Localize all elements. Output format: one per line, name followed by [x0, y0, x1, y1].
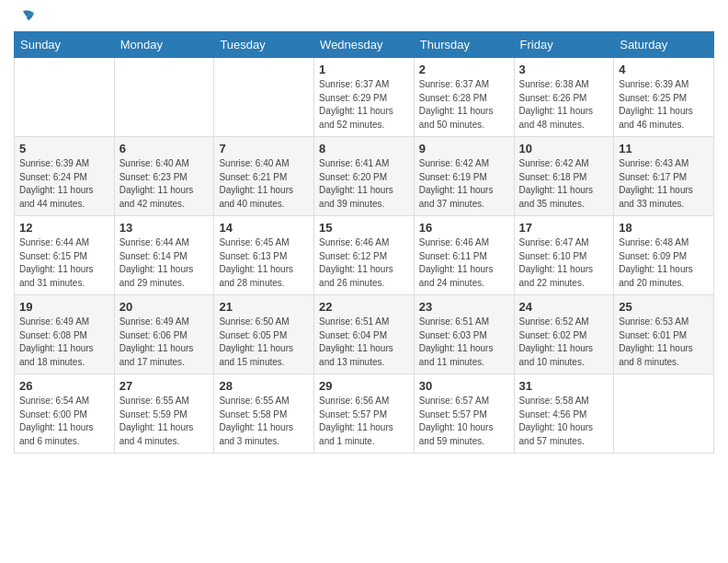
day-info: Sunrise: 6:49 AM Sunset: 6:08 PM Dayligh… — [19, 316, 109, 369]
day-number: 20 — [119, 300, 210, 314]
day-info: Sunrise: 6:37 AM Sunset: 6:29 PM Dayligh… — [319, 78, 409, 132]
day-info: Sunrise: 6:42 AM Sunset: 6:18 PM Dayligh… — [519, 157, 609, 211]
day-number: 30 — [419, 379, 509, 393]
day-info: Sunrise: 6:53 AM Sunset: 6:01 PM Dayligh… — [619, 316, 709, 369]
day-info: Sunrise: 6:38 AM Sunset: 6:26 PM Dayligh… — [519, 78, 609, 132]
calendar-cell: 24Sunrise: 6:52 AM Sunset: 6:02 PM Dayli… — [514, 295, 614, 374]
calendar-week-row: 12Sunrise: 6:44 AM Sunset: 6:15 PM Dayli… — [15, 216, 714, 295]
calendar-cell: 7Sunrise: 6:40 AM Sunset: 6:21 PM Daylig… — [214, 137, 314, 216]
day-info: Sunrise: 6:40 AM Sunset: 6:23 PM Dayligh… — [119, 157, 210, 211]
day-number: 7 — [219, 142, 309, 155]
day-number: 3 — [519, 63, 609, 76]
day-info: Sunrise: 6:45 AM Sunset: 6:13 PM Dayligh… — [219, 236, 309, 290]
day-number: 4 — [619, 63, 709, 76]
day-number: 5 — [19, 142, 109, 155]
calendar-cell: 28Sunrise: 6:55 AM Sunset: 5:58 PM Dayli… — [214, 374, 314, 454]
day-number: 11 — [619, 142, 709, 155]
logo-bird-icon — [16, 9, 36, 26]
calendar-cell: 26Sunrise: 6:54 AM Sunset: 6:00 PM Dayli… — [15, 374, 115, 454]
day-number: 21 — [219, 300, 309, 314]
calendar-cell: 10Sunrise: 6:42 AM Sunset: 6:18 PM Dayli… — [514, 137, 614, 216]
day-number: 29 — [319, 379, 409, 393]
calendar-cell: 29Sunrise: 6:56 AM Sunset: 5:57 PM Dayli… — [314, 374, 415, 454]
day-info: Sunrise: 6:51 AM Sunset: 6:04 PM Dayligh… — [319, 316, 409, 369]
day-number: 23 — [419, 300, 509, 314]
day-header-thursday: Thursday — [414, 32, 514, 58]
day-number: 19 — [19, 300, 109, 314]
day-number: 31 — [519, 379, 609, 393]
day-info: Sunrise: 6:52 AM Sunset: 6:02 PM Dayligh… — [519, 316, 609, 369]
day-header-monday: Monday — [114, 32, 214, 58]
calendar-cell: 21Sunrise: 6:50 AM Sunset: 6:05 PM Dayli… — [214, 295, 314, 374]
calendar-cell — [214, 58, 314, 137]
calendar-cell: 20Sunrise: 6:49 AM Sunset: 6:06 PM Dayli… — [114, 295, 214, 374]
day-info: Sunrise: 6:37 AM Sunset: 6:28 PM Dayligh… — [419, 78, 509, 132]
day-number: 16 — [419, 221, 509, 235]
day-number: 26 — [19, 379, 109, 393]
calendar-cell: 19Sunrise: 6:49 AM Sunset: 6:08 PM Dayli… — [15, 295, 115, 374]
day-info: Sunrise: 6:57 AM Sunset: 5:57 PM Dayligh… — [419, 395, 509, 448]
day-info: Sunrise: 6:55 AM Sunset: 5:58 PM Dayligh… — [219, 395, 309, 448]
day-info: Sunrise: 6:43 AM Sunset: 6:17 PM Dayligh… — [619, 157, 709, 211]
calendar-cell: 23Sunrise: 6:51 AM Sunset: 6:03 PM Dayli… — [414, 295, 514, 374]
calendar-table: SundayMondayTuesdayWednesdayThursdayFrid… — [14, 31, 714, 454]
calendar-cell: 1Sunrise: 6:37 AM Sunset: 6:29 PM Daylig… — [314, 58, 415, 137]
day-number: 10 — [519, 142, 609, 155]
day-info: Sunrise: 6:47 AM Sunset: 6:10 PM Dayligh… — [519, 236, 609, 290]
calendar-week-row: 26Sunrise: 6:54 AM Sunset: 6:00 PM Dayli… — [15, 374, 714, 454]
day-info: Sunrise: 6:46 AM Sunset: 6:12 PM Dayligh… — [319, 236, 409, 290]
day-info: Sunrise: 6:50 AM Sunset: 6:05 PM Dayligh… — [219, 316, 309, 369]
day-number: 9 — [419, 142, 509, 155]
calendar-cell: 6Sunrise: 6:40 AM Sunset: 6:23 PM Daylig… — [114, 137, 214, 216]
calendar-cell: 22Sunrise: 6:51 AM Sunset: 6:04 PM Dayli… — [314, 295, 415, 374]
day-info: Sunrise: 6:39 AM Sunset: 6:24 PM Dayligh… — [19, 157, 109, 211]
day-number: 24 — [519, 300, 609, 314]
calendar-cell: 8Sunrise: 6:41 AM Sunset: 6:20 PM Daylig… — [314, 137, 415, 216]
day-header-saturday: Saturday — [614, 32, 714, 58]
day-number: 27 — [119, 379, 210, 393]
calendar-cell — [614, 374, 714, 454]
day-info: Sunrise: 6:51 AM Sunset: 6:03 PM Dayligh… — [419, 316, 509, 369]
day-number: 8 — [319, 142, 409, 155]
day-info: Sunrise: 6:39 AM Sunset: 6:25 PM Dayligh… — [619, 78, 709, 132]
day-header-friday: Friday — [514, 32, 614, 58]
calendar-cell: 2Sunrise: 6:37 AM Sunset: 6:28 PM Daylig… — [414, 58, 514, 137]
calendar-cell — [15, 58, 115, 137]
page-header — [14, 9, 714, 26]
day-info: Sunrise: 6:41 AM Sunset: 6:20 PM Dayligh… — [319, 157, 409, 211]
calendar-cell: 13Sunrise: 6:44 AM Sunset: 6:14 PM Dayli… — [114, 216, 214, 295]
calendar-week-row: 19Sunrise: 6:49 AM Sunset: 6:08 PM Dayli… — [15, 295, 714, 374]
calendar-cell: 4Sunrise: 6:39 AM Sunset: 6:25 PM Daylig… — [614, 58, 714, 137]
day-number: 6 — [119, 142, 210, 155]
calendar-cell: 31Sunrise: 5:58 AM Sunset: 4:56 PM Dayli… — [514, 374, 614, 454]
day-info: Sunrise: 6:48 AM Sunset: 6:09 PM Dayligh… — [619, 236, 709, 290]
calendar-cell: 15Sunrise: 6:46 AM Sunset: 6:12 PM Dayli… — [314, 216, 415, 295]
day-info: Sunrise: 6:44 AM Sunset: 6:15 PM Dayligh… — [19, 236, 109, 290]
day-info: Sunrise: 6:49 AM Sunset: 6:06 PM Dayligh… — [119, 316, 210, 369]
day-number: 12 — [19, 221, 109, 235]
day-number: 28 — [219, 379, 309, 393]
calendar-cell: 11Sunrise: 6:43 AM Sunset: 6:17 PM Dayli… — [614, 137, 714, 216]
day-info: Sunrise: 6:56 AM Sunset: 5:57 PM Dayligh… — [319, 395, 409, 448]
day-number: 1 — [319, 63, 409, 76]
calendar-cell — [114, 58, 214, 137]
calendar-cell: 5Sunrise: 6:39 AM Sunset: 6:24 PM Daylig… — [15, 137, 115, 216]
calendar-cell: 25Sunrise: 6:53 AM Sunset: 6:01 PM Dayli… — [614, 295, 714, 374]
calendar-cell: 27Sunrise: 6:55 AM Sunset: 5:59 PM Dayli… — [114, 374, 214, 454]
day-number: 25 — [619, 300, 709, 314]
day-number: 15 — [319, 221, 409, 235]
day-number: 2 — [419, 63, 509, 76]
day-info: Sunrise: 6:46 AM Sunset: 6:11 PM Dayligh… — [419, 236, 509, 290]
day-info: Sunrise: 6:42 AM Sunset: 6:19 PM Dayligh… — [419, 157, 509, 211]
calendar-week-row: 1Sunrise: 6:37 AM Sunset: 6:29 PM Daylig… — [15, 58, 714, 137]
day-info: Sunrise: 6:40 AM Sunset: 6:21 PM Dayligh… — [219, 157, 309, 211]
calendar-cell: 12Sunrise: 6:44 AM Sunset: 6:15 PM Dayli… — [15, 216, 115, 295]
calendar-cell: 30Sunrise: 6:57 AM Sunset: 5:57 PM Dayli… — [414, 374, 514, 454]
calendar-cell: 18Sunrise: 6:48 AM Sunset: 6:09 PM Dayli… — [614, 216, 714, 295]
calendar-cell: 14Sunrise: 6:45 AM Sunset: 6:13 PM Dayli… — [214, 216, 314, 295]
day-info: Sunrise: 6:44 AM Sunset: 6:14 PM Dayligh… — [119, 236, 210, 290]
day-header-tuesday: Tuesday — [214, 32, 314, 58]
day-header-wednesday: Wednesday — [314, 32, 415, 58]
calendar-header-row: SundayMondayTuesdayWednesdayThursdayFrid… — [15, 32, 714, 58]
day-info: Sunrise: 5:58 AM Sunset: 4:56 PM Dayligh… — [519, 395, 609, 448]
